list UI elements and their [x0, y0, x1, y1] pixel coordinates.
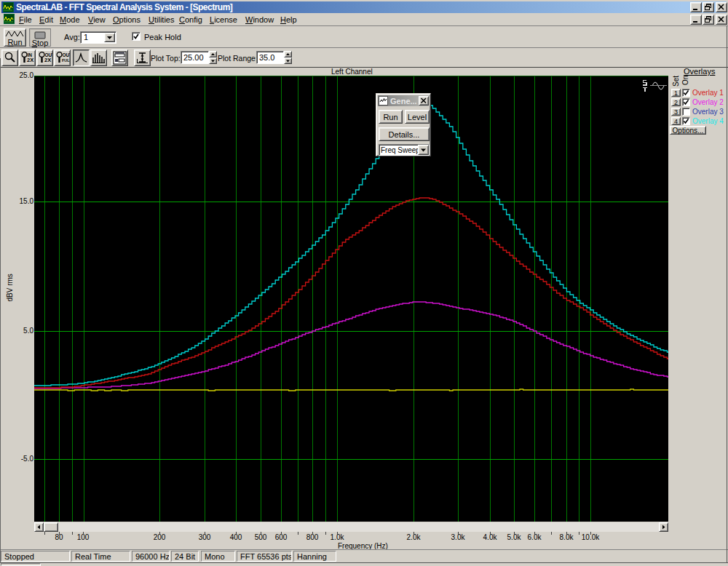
svg-text:2X: 2X	[44, 57, 51, 63]
svg-text:FULL: FULL	[62, 58, 70, 63]
svg-text:2X: 2X	[27, 57, 33, 63]
svg-text:OUT: OUT	[63, 52, 71, 57]
